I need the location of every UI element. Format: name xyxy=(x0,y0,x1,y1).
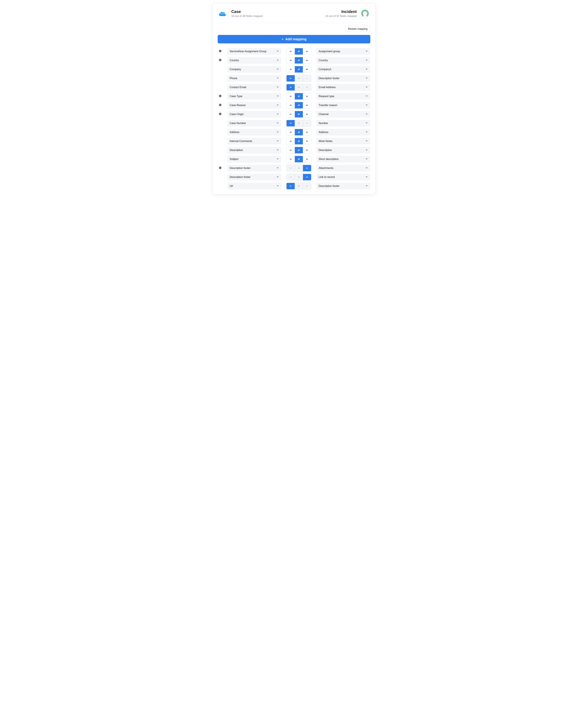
left-field-select[interactable]: Address xyxy=(227,129,281,135)
direction-both-button[interactable] xyxy=(295,102,303,108)
direction-both-button[interactable] xyxy=(295,93,303,100)
direction-group xyxy=(286,120,311,127)
direction-both-button[interactable] xyxy=(295,147,303,153)
add-mapping-label: Add mapping xyxy=(285,37,307,41)
chevron-down-icon xyxy=(365,157,368,161)
direction-left-button[interactable] xyxy=(303,48,311,55)
gear-icon[interactable] xyxy=(218,103,222,107)
left-field-select[interactable]: Case Reason xyxy=(227,102,281,109)
right-field-select[interactable]: Attachments xyxy=(316,165,370,171)
direction-left-button xyxy=(303,120,311,126)
right-field-label: Attachments xyxy=(319,167,333,170)
left-field-label: Case Number xyxy=(230,122,246,125)
direction-group xyxy=(286,183,311,189)
right-field-select[interactable]: Number xyxy=(316,120,370,127)
left-field-select[interactable]: Contact Email xyxy=(227,84,281,91)
direction-right-button[interactable] xyxy=(287,147,295,153)
left-field-select[interactable]: Url xyxy=(227,183,281,189)
direction-left-button xyxy=(303,183,311,189)
left-field-select[interactable]: Country xyxy=(227,57,281,64)
direction-right-button[interactable] xyxy=(287,102,295,108)
mapping-row: Internal CommentsWork Notes xyxy=(218,138,370,145)
add-mapping-button[interactable]: + Add mapping xyxy=(218,35,370,43)
right-field-label: Request type xyxy=(319,95,334,98)
direction-right-button[interactable] xyxy=(287,48,295,55)
direction-right-button[interactable] xyxy=(287,111,295,118)
direction-left-button[interactable] xyxy=(303,93,311,100)
gear-icon[interactable] xyxy=(218,166,222,170)
direction-left-button[interactable] xyxy=(303,57,311,64)
direction-both-button[interactable] xyxy=(295,48,303,55)
chevron-down-icon xyxy=(365,122,368,125)
chevron-down-icon xyxy=(276,148,279,152)
right-field-select[interactable]: Channel xyxy=(316,111,370,118)
direction-both-button[interactable] xyxy=(295,66,303,72)
right-field-select[interactable]: Assignment group xyxy=(316,48,370,55)
right-field-select[interactable]: Email Address xyxy=(316,84,370,91)
direction-both-button[interactable] xyxy=(295,138,303,144)
left-field-select[interactable]: Case Number xyxy=(227,120,281,127)
left-field-select[interactable]: Description footer xyxy=(227,174,281,180)
left-field-select[interactable]: Case Origin xyxy=(227,111,281,118)
left-field-select[interactable]: Description footer xyxy=(227,165,281,171)
direction-left-button[interactable] xyxy=(303,147,311,153)
gear-icon[interactable] xyxy=(218,94,222,98)
gear-icon[interactable] xyxy=(218,58,222,62)
direction-left-button[interactable] xyxy=(303,174,311,180)
chevron-down-icon xyxy=(365,59,368,62)
left-field-select[interactable]: Internal Comments xyxy=(227,138,281,145)
direction-right-button[interactable] xyxy=(287,138,295,144)
right-field-select[interactable]: Description xyxy=(316,147,370,153)
direction-left-button[interactable] xyxy=(303,129,311,135)
right-field-select[interactable]: Address xyxy=(316,129,370,135)
direction-left-button[interactable] xyxy=(303,111,311,118)
left-field-select[interactable]: Phone xyxy=(227,75,281,82)
direction-both-button[interactable] xyxy=(295,111,303,118)
gear-icon[interactable] xyxy=(218,49,222,54)
left-field-label: Case Reason xyxy=(230,104,246,107)
right-field-select[interactable]: Request type xyxy=(316,93,370,100)
right-field-select[interactable]: Transfer reason xyxy=(316,102,370,109)
direction-right-button[interactable] xyxy=(287,183,295,189)
chevron-down-icon xyxy=(276,167,279,170)
left-field-select[interactable]: Subject xyxy=(227,156,281,163)
left-field-select[interactable]: ServiceNow Assignment Group xyxy=(227,48,281,55)
right-field-select[interactable]: Company1 xyxy=(316,66,370,73)
left-field-label: Description footer xyxy=(230,176,250,178)
direction-right-button[interactable] xyxy=(287,120,295,126)
direction-left-button[interactable] xyxy=(303,165,311,171)
right-field-select[interactable]: Short description xyxy=(316,156,370,163)
direction-right-button[interactable] xyxy=(287,129,295,135)
direction-right-button[interactable] xyxy=(287,66,295,72)
direction-left-button[interactable] xyxy=(303,156,311,162)
direction-right-button[interactable] xyxy=(287,93,295,100)
left-field-select[interactable]: Case Type xyxy=(227,93,281,100)
chevron-down-icon xyxy=(276,94,279,98)
mapping-row: Case OriginChannel xyxy=(218,111,370,118)
direction-both-button[interactable] xyxy=(295,57,303,64)
right-field-select[interactable]: Description footer xyxy=(316,183,370,189)
right-field-select[interactable]: Description footer xyxy=(316,75,370,82)
direction-group xyxy=(286,75,311,82)
right-field-select[interactable]: Work Notes xyxy=(316,138,370,145)
direction-right-button[interactable] xyxy=(287,75,295,82)
chevron-down-icon xyxy=(276,157,279,161)
direction-group xyxy=(286,147,311,153)
direction-left-button[interactable] xyxy=(303,66,311,72)
right-field-select[interactable]: Country xyxy=(316,57,370,64)
chevron-down-icon xyxy=(365,185,368,188)
direction-right-button[interactable] xyxy=(287,57,295,64)
direction-left-button[interactable] xyxy=(303,102,311,108)
right-field-select[interactable]: Link to record xyxy=(316,174,370,180)
left-object-title: Case xyxy=(231,9,263,14)
direction-both-button[interactable] xyxy=(295,129,303,135)
direction-right-button[interactable] xyxy=(287,84,295,90)
gear-icon[interactable] xyxy=(218,112,222,116)
restart-mapping-button[interactable]: Restart mapping xyxy=(345,26,370,32)
left-field-select[interactable]: Company xyxy=(227,66,281,73)
direction-left-button[interactable] xyxy=(303,138,311,144)
direction-both-button[interactable] xyxy=(295,156,303,162)
direction-group xyxy=(286,102,311,109)
left-field-select[interactable]: Description xyxy=(227,147,281,153)
direction-right-button[interactable] xyxy=(287,156,295,162)
